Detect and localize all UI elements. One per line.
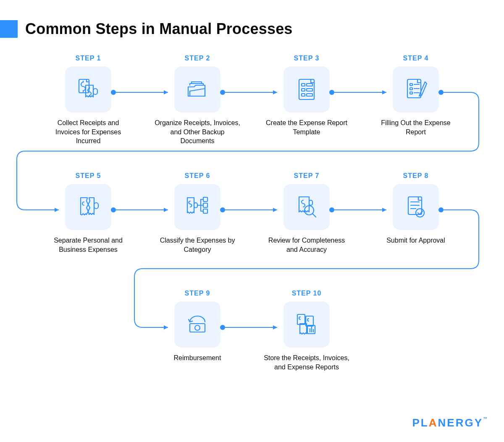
svg-line-28 [312,214,316,217]
step-description: Review for Completeness and Accuracy [260,236,353,254]
fill-form-icon [393,66,439,112]
brand-logo: PLANERGY™ [412,416,487,429]
svg-rect-10 [410,84,412,86]
step-label: STEP 10 [260,290,353,297]
svg-point-35 [195,325,200,330]
svg-rect-5 [302,89,305,91]
report-template-icon [284,66,330,112]
step-label: STEP 7 [260,172,353,180]
step-3: STEP 3 Create the Expense Report Templat… [260,55,353,136]
step-label: STEP 4 [370,55,462,62]
svg-rect-12 [410,88,412,90]
svg-rect-16 [94,203,98,209]
svg-rect-6 [307,89,312,91]
step-1: STEP 1 Collect Receipts and Invoices for… [42,55,134,146]
step-label: STEP 3 [260,55,353,62]
step-7: STEP 7 Review for Completeness and Accur… [260,172,353,254]
step-label: STEP 2 [151,55,244,62]
step-label: STEP 6 [151,172,244,180]
folder-documents-icon [174,66,220,112]
step-4: STEP 4 Filling Out the Expense Report [370,55,462,136]
svg-rect-26 [309,200,312,205]
svg-rect-14 [410,92,412,94]
step-description: Submit for Approval [370,236,462,245]
svg-rect-23 [203,197,207,201]
step-description: Create the Expense Report Template [260,118,353,136]
classify-tree-icon [174,184,220,230]
split-receipt-icon [65,184,111,230]
svg-rect-24 [203,203,207,207]
svg-rect-8 [307,94,312,96]
step-label: STEP 1 [42,55,134,62]
process-diagram: STEP 1 Collect Receipts and Invoices for… [0,55,504,416]
step-9: STEP 9 Reimbursement [151,290,244,363]
step-description: Classify the Expenses by Category [151,236,244,254]
review-magnify-icon [284,184,330,230]
page-title: Common Steps in Manual Processes [25,20,293,38]
store-documents-icon [284,301,330,348]
step-5: STEP 5 Separate Personal and Business Ex… [42,172,134,254]
svg-rect-36 [297,314,305,324]
svg-rect-1 [93,89,97,94]
svg-rect-7 [302,94,305,96]
step-description: Separate Personal and Business Expenses [42,236,134,254]
step-2: STEP 2 Organize Receipts, Invoices, and … [151,55,244,146]
step-description: Organize Receipts, Invoices, and Other B… [151,118,244,146]
svg-rect-4 [307,84,312,86]
step-label: STEP 8 [370,172,462,180]
step-label: STEP 9 [151,290,244,297]
svg-rect-25 [203,209,207,213]
accent-bar [0,20,18,38]
reimbursement-icon [174,301,220,348]
receipts-invoices-icon [65,66,111,112]
svg-rect-17 [194,203,197,208]
submit-approval-icon [393,184,439,230]
step-label: STEP 5 [42,172,134,180]
svg-point-33 [416,209,424,217]
step-10: STEP 10 Store the Receipts, Invoices, an… [260,290,353,371]
svg-rect-3 [302,84,305,86]
step-description: Collect Receipts and Invoices for Expens… [42,118,134,146]
step-6: STEP 6 Classify the Expenses by Category [151,172,244,254]
step-8: STEP 8 Submit for Approval [370,172,462,245]
step-description: Reimbursement [151,353,244,363]
page-header: Common Steps in Manual Processes [0,0,504,38]
step-description: Filling Out the Expense Report [370,118,462,136]
step-description: Store the Receipts, Invoices, and Expens… [260,353,353,371]
